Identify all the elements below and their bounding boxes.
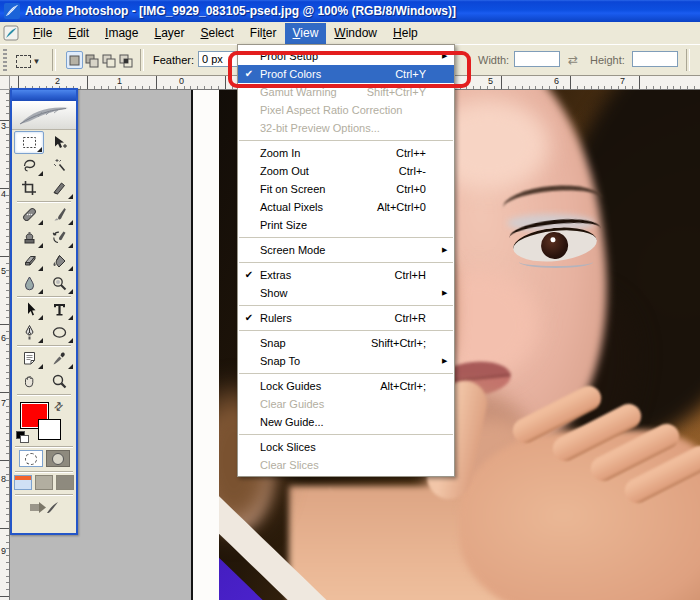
ruler-number: 6 (1, 333, 6, 343)
menu-item-clear-slices[interactable]: Clear Slices (238, 456, 454, 474)
menu-item-label: Gamut Warning (260, 83, 367, 101)
tool-preset-picker[interactable]: ▼ (10, 48, 46, 74)
default-colors-icon[interactable] (16, 431, 28, 442)
fullscreen-with-menubar-button[interactable] (35, 475, 53, 490)
submenu-arrow-icon: ▶ (442, 241, 454, 259)
healing-icon (21, 206, 38, 223)
menu-separator (239, 237, 453, 238)
menu-item-proof-colors[interactable]: ✔Proof ColorsCtrl+Y (238, 65, 454, 83)
menu-item-snap[interactable]: SnapShift+Ctrl+; (238, 334, 454, 352)
lasso-tool[interactable] (14, 154, 44, 177)
eyedropper-tool[interactable] (44, 347, 74, 370)
menu-item-zoom-out[interactable]: Zoom OutCtrl+- (238, 162, 454, 180)
subtract-from-selection-button[interactable] (100, 51, 117, 69)
shape-tool[interactable] (44, 321, 74, 344)
dodge-tool[interactable] (44, 272, 74, 295)
ruler-number: 6 (554, 76, 559, 86)
menu-help[interactable]: Help (385, 23, 426, 44)
zoom-tool[interactable] (44, 370, 74, 393)
menu-item-new-guide[interactable]: New Guide... (238, 413, 454, 431)
feather-input[interactable] (198, 51, 240, 67)
add-to-selection-button[interactable] (83, 51, 100, 69)
standard-mode-button[interactable] (19, 450, 43, 467)
swap-width-height-icon[interactable]: ⇄ (568, 54, 578, 66)
menu-item-label: Lock Guides (260, 377, 380, 395)
intersect-with-selection-button[interactable] (117, 51, 134, 69)
menu-filter[interactable]: Filter (242, 23, 285, 44)
menu-shortcut: Ctrl+R (395, 309, 442, 327)
brush-tool[interactable] (44, 203, 74, 226)
blur-tool[interactable] (14, 272, 44, 295)
menu-item-show[interactable]: Show▶ (238, 284, 454, 302)
paint-bucket-tool[interactable] (44, 249, 74, 272)
menu-item-lock-slices[interactable]: Lock Slices (238, 438, 454, 456)
ruler-number: 1 (117, 76, 122, 86)
menu-item-clear-guides[interactable]: Clear Guides (238, 395, 454, 413)
menu-item-extras[interactable]: ✔ExtrasCtrl+H (238, 266, 454, 284)
standard-screen-mode-button[interactable] (14, 475, 32, 490)
menu-file[interactable]: File (25, 23, 60, 44)
zoom-icon (51, 373, 68, 390)
menu-image[interactable]: Image (97, 23, 146, 44)
crop-tool[interactable] (14, 177, 44, 200)
background-color-swatch[interactable] (38, 419, 61, 440)
menu-separator (239, 373, 453, 374)
menu-separator (239, 305, 453, 306)
document-icon[interactable] (3, 25, 19, 41)
toolbox-titlebar[interactable] (12, 90, 76, 101)
menu-item-gamut-warning[interactable]: Gamut WarningShift+Ctrl+Y (238, 83, 454, 101)
menu-item-zoom-in[interactable]: Zoom InCtrl++ (238, 144, 454, 162)
menu-item-lock-guides[interactable]: Lock GuidesAlt+Ctrl+; (238, 377, 454, 395)
ruler-number: 4 (1, 189, 6, 199)
pen-tool[interactable] (14, 321, 44, 344)
menu-shortcut: Shift+Ctrl+Y (367, 83, 442, 101)
options-separator (140, 49, 144, 71)
menu-window[interactable]: Window (326, 23, 385, 44)
window-titlebar[interactable]: Adobe Photoshop - [IMG_9929_083105-psed.… (0, 0, 700, 22)
history-brush-tool[interactable] (44, 226, 74, 249)
quick-mask-mode-button[interactable] (46, 450, 70, 467)
photoshop-feather-logo[interactable] (12, 101, 76, 130)
menu-item-snap-to[interactable]: Snap To▶ (238, 352, 454, 370)
fullscreen-mode-button[interactable] (56, 475, 74, 490)
eraser-icon (21, 252, 38, 269)
menu-item-print-size[interactable]: Print Size (238, 216, 454, 234)
eyedropper-icon (51, 350, 68, 367)
clone-stamp-tool[interactable] (14, 226, 44, 249)
ruler-number: 5 (1, 266, 6, 276)
move-tool[interactable] (44, 131, 74, 154)
width-input[interactable] (514, 51, 560, 67)
menu-item-label: Rulers (260, 309, 395, 327)
swap-colors-icon[interactable]: ⇄ (51, 399, 67, 415)
options-bar-grip[interactable] (3, 49, 7, 71)
magic-wand-tool[interactable] (44, 154, 74, 177)
menu-item-screen-mode[interactable]: Screen Mode▶ (238, 241, 454, 259)
menu-item-actual-pixels[interactable]: Actual PixelsAlt+Ctrl+0 (238, 198, 454, 216)
rectangular-marquee-icon (16, 55, 31, 68)
path-selection-tool[interactable] (14, 298, 44, 321)
healing-brush-tool[interactable] (14, 203, 44, 226)
menu-item-pixel-aspect-ratio-correction[interactable]: Pixel Aspect Ratio Correction (238, 101, 454, 119)
type-tool[interactable] (44, 298, 74, 321)
rectangular-marquee-tool[interactable] (14, 131, 44, 154)
menu-item-fit-on-screen[interactable]: Fit on ScreenCtrl+0 (238, 180, 454, 198)
eraser-tool[interactable] (14, 249, 44, 272)
menu-edit[interactable]: Edit (60, 23, 97, 44)
notes-tool[interactable] (14, 347, 44, 370)
hand-tool[interactable] (14, 370, 44, 393)
slice-tool[interactable] (44, 177, 74, 200)
menu-item-rulers[interactable]: ✔RulersCtrl+R (238, 309, 454, 327)
edit-in-imageready-button[interactable] (27, 498, 61, 517)
menu-view[interactable]: View (285, 23, 327, 44)
menu-select[interactable]: Select (192, 23, 241, 44)
menu-item-label: New Guide... (260, 413, 442, 431)
menu-item-label: Clear Slices (260, 456, 442, 474)
menu-item-proof-setup[interactable]: Proof Setup▶ (238, 47, 454, 65)
vertical-ruler[interactable]: 3456789 (0, 90, 10, 600)
menu-layer[interactable]: Layer (146, 23, 192, 44)
new-selection-button[interactable] (66, 51, 83, 69)
ruler-number: 5 (488, 76, 493, 86)
pen-icon (21, 324, 38, 341)
menu-item-32-bit-preview-options[interactable]: 32-bit Preview Options... (238, 119, 454, 137)
height-input[interactable] (632, 51, 678, 67)
